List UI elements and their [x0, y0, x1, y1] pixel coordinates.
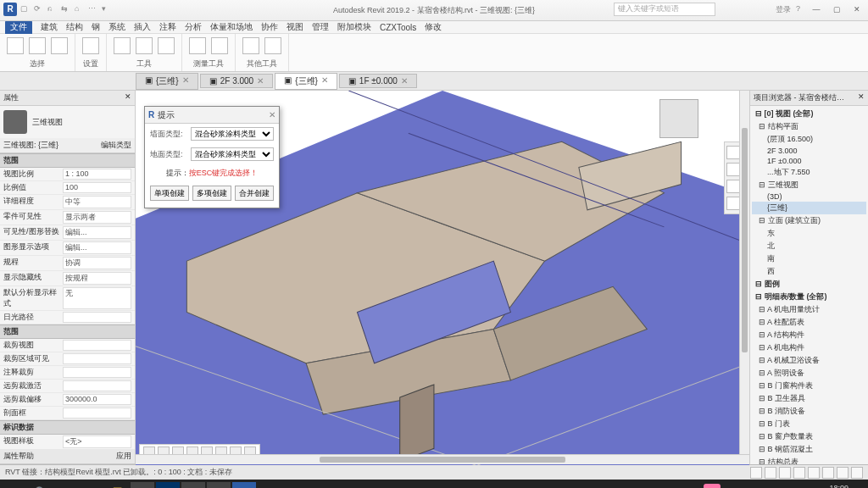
revit-icon[interactable]: R — [232, 482, 256, 488]
properties-filter[interactable]: 三维视图: {三维} 编辑类型 — [0, 138, 135, 153]
tree-item[interactable]: 2F 3.000 — [752, 146, 866, 156]
ribbon-button[interactable] — [158, 37, 175, 54]
menu-tab[interactable]: 文件 — [5, 20, 32, 34]
browser-tree[interactable]: ⊟ [0] 视图 (全部)⊟ 结构平面(层顶 16.500)2F 3.0001F… — [750, 106, 868, 464]
floor-type-select[interactable]: 混合砂浆涂料类型 — [191, 147, 274, 161]
properties-header[interactable]: 属性 ✕ — [0, 91, 135, 106]
dialog-titlebar[interactable]: R提示 ✕ — [145, 107, 279, 124]
wall-type-select[interactable]: 混合砂浆涂料类型 — [191, 127, 274, 141]
property-value[interactable]: 300000.0 — [63, 394, 131, 405]
tree-item[interactable]: ⊟ A 机械卫浴设备 — [752, 354, 866, 367]
qat-icon[interactable]: ⌂ — [75, 4, 85, 14]
property-row[interactable]: 日光路径 — [0, 311, 135, 324]
qat-icon[interactable]: ⟳ — [34, 4, 44, 14]
tree-item[interactable]: ⊟ 明细表/数量 (全部) — [752, 291, 866, 303]
horizontal-scrollbar[interactable] — [136, 454, 749, 464]
tree-item[interactable]: ⊟ 图例 — [752, 278, 866, 291]
ribbon-button[interactable] — [211, 37, 228, 54]
multi-create-button[interactable]: 多项创建 — [192, 186, 231, 201]
single-create-button[interactable]: 单项创建 — [150, 186, 189, 201]
vertical-scrollbar[interactable] — [739, 91, 749, 464]
search-input[interactable]: 键入关键字或短语 — [614, 3, 715, 16]
ribbon-button[interactable] — [29, 37, 46, 54]
qat-icon[interactable]: ▾ — [102, 4, 112, 14]
property-value[interactable]: 中等 — [63, 196, 131, 208]
quick-access-toolbar[interactable]: ▢ ⟳ ⎌ ⇆ ⌂ ⋯ ▾ — [20, 4, 112, 14]
qat-icon[interactable]: ⇆ — [61, 4, 71, 14]
property-row[interactable]: 显示隐藏线按规程 — [0, 271, 135, 286]
close-icon[interactable]: ✕ — [257, 76, 264, 86]
ribbon-button[interactable] — [114, 37, 131, 54]
property-row[interactable]: 规程协调 — [0, 256, 135, 271]
property-value[interactable]: 100 — [63, 182, 131, 193]
property-value[interactable]: 显示两者 — [63, 211, 131, 224]
menu-tab[interactable]: 建筑 — [41, 21, 58, 33]
word-icon[interactable]: W — [131, 482, 154, 488]
tree-item[interactable]: 南 — [752, 252, 866, 265]
property-row[interactable]: 视图样板<无> — [0, 435, 135, 449]
menu-tab[interactable]: 体量和场地 — [210, 21, 253, 33]
property-value[interactable] — [63, 367, 131, 378]
browser-header[interactable]: 项目浏览器 - 某宿舍楼结构.rvt ✕ — [750, 91, 868, 106]
menu-tab[interactable]: 系统 — [108, 21, 125, 33]
property-value[interactable] — [63, 340, 131, 351]
start-button[interactable]: ⊞ — [3, 482, 27, 488]
qat-icon[interactable]: ▢ — [20, 4, 31, 14]
menu-tab[interactable]: 视图 — [287, 21, 303, 33]
properties-scroll[interactable]: 范围视图比例1 : 100比例值100详细程度中等零件可见性显示两者可见性/图形… — [0, 153, 135, 449]
tree-item[interactable]: ⊟ B 门表 — [752, 418, 866, 430]
apply-button[interactable]: 应用 — [116, 451, 131, 462]
tree-item[interactable]: 北 — [752, 240, 866, 252]
merge-create-button[interactable]: 合并创建 — [235, 186, 274, 201]
help-icon[interactable]: ? — [796, 4, 800, 15]
tree-item[interactable]: {三维} — [752, 202, 866, 214]
property-value[interactable]: 编辑... — [63, 226, 131, 239]
property-row[interactable]: 剖面框 — [0, 407, 135, 420]
ps-icon[interactable]: Ps — [156, 482, 180, 488]
tree-item[interactable]: ⊟ [0] 视图 (全部) — [752, 108, 866, 120]
qat-icon[interactable]: ⎌ — [47, 4, 58, 14]
property-row[interactable]: 图形显示选项编辑... — [0, 241, 135, 256]
status-icon[interactable] — [822, 467, 834, 479]
property-value[interactable] — [63, 380, 131, 391]
tree-item[interactable]: ⊟ A 机电构件 — [752, 341, 866, 354]
view-tab[interactable]: ▣{三维}✕ — [136, 73, 198, 90]
property-row[interactable]: 远剪裁激活 — [0, 380, 135, 393]
tree-item[interactable]: ⊟ A 结构构件 — [752, 329, 866, 341]
menu-tab[interactable]: 分析 — [185, 21, 202, 33]
view-cube[interactable] — [659, 99, 698, 138]
property-row[interactable]: 裁剪区域可见 — [0, 352, 135, 366]
app-icon[interactable]: ▣ — [207, 482, 231, 488]
edit-type-button[interactable]: 编辑类型 — [101, 140, 131, 151]
signin-link[interactable]: 登录 — [776, 4, 791, 15]
close-button[interactable]: ✕ — [848, 2, 866, 17]
property-value[interactable]: <无> — [63, 435, 131, 448]
ribbon-button[interactable] — [136, 37, 153, 54]
qat-icon[interactable]: ⋯ — [88, 4, 98, 14]
property-row[interactable]: 零件可见性显示两者 — [0, 210, 135, 225]
tree-item[interactable]: ⊟ A 柱配筋表 — [752, 316, 866, 329]
type-selector[interactable]: 三维视图 — [0, 106, 135, 138]
close-icon[interactable]: ✕ — [125, 92, 131, 103]
property-row[interactable]: 比例值100 — [0, 181, 135, 195]
nav-icon[interactable] — [726, 146, 740, 159]
status-icon[interactable] — [765, 467, 776, 479]
property-row[interactable]: 注释裁剪 — [0, 366, 135, 380]
tree-item[interactable]: ⊟ A 机电用量统计 — [752, 303, 866, 316]
menu-tab[interactable]: 修改 — [425, 21, 442, 33]
tree-item[interactable]: ⊟ B 窗户数量表 — [752, 430, 866, 443]
tree-item[interactable]: (层顶 16.500) — [752, 133, 866, 146]
close-icon[interactable]: ✕ — [401, 76, 408, 86]
search-icon[interactable]: 🔍 — [29, 482, 53, 488]
property-row[interactable]: 裁剪视图 — [0, 339, 135, 352]
minimize-button[interactable]: — — [807, 2, 826, 17]
property-row[interactable]: 详细程度中等 — [0, 195, 135, 210]
property-value[interactable]: 编辑... — [63, 241, 131, 254]
nav-icon[interactable] — [726, 163, 740, 176]
tree-item[interactable]: ⊟ 结构总表 — [752, 456, 866, 464]
properties-help[interactable]: 属性帮助 — [3, 451, 34, 462]
tree-item[interactable]: ⊟ B 卫生器具 — [752, 392, 866, 405]
ribbon-button[interactable] — [264, 37, 281, 54]
close-icon[interactable]: ✕ — [858, 92, 865, 103]
view-tab[interactable]: ▣1F ±0.000✕ — [339, 74, 417, 88]
